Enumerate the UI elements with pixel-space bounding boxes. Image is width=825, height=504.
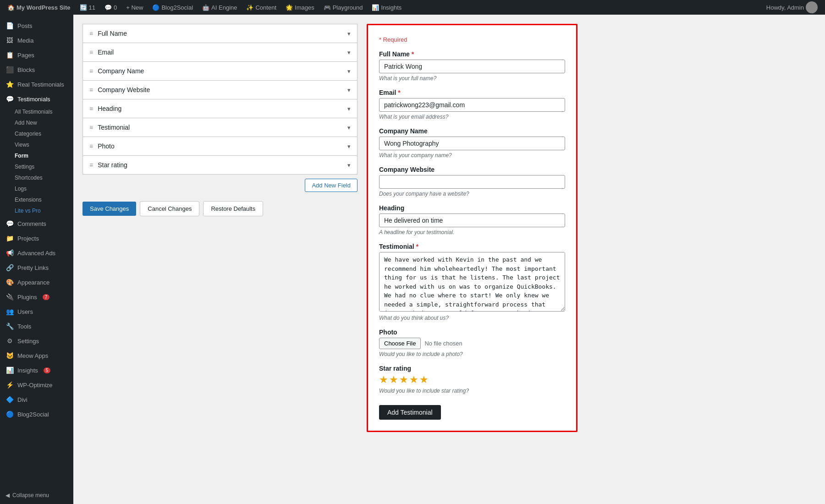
- sidebar-item-advanced-ads[interactable]: 📢 Advanced Ads: [0, 246, 73, 260]
- field-row-testimonial[interactable]: ≡ Testimonial ▾: [82, 118, 358, 137]
- sidebar-item-pages[interactable]: 📋 Pages: [0, 48, 73, 62]
- form-group-photo: Photo Choose File No file chosen Would y…: [379, 329, 565, 357]
- sidebar-sub-shortcodes[interactable]: Shortcodes: [0, 172, 73, 183]
- add-field-row: Add New Field: [82, 179, 358, 192]
- label-company-website: Company Website: [379, 166, 565, 173]
- input-heading[interactable]: [379, 214, 565, 227]
- adminbar-images[interactable]: 🌟 Images: [282, 0, 318, 15]
- sidebar-item-blog2social[interactable]: 🔵 Blog2Social: [0, 407, 73, 422]
- save-changes-button[interactable]: Save Changes: [82, 202, 136, 216]
- label-testimonial: Testimonial *: [379, 243, 565, 250]
- images-icon: 🌟: [286, 4, 293, 11]
- expand-icon-heading[interactable]: ▾: [347, 105, 351, 112]
- sidebar-sub-settings[interactable]: Settings: [0, 161, 73, 172]
- input-full-name[interactable]: [379, 60, 565, 73]
- sidebar-item-plugins[interactable]: 🔌 Plugins 7: [0, 290, 73, 304]
- cancel-changes-button[interactable]: Cancel Changes: [140, 201, 199, 216]
- sidebar-sub-lite-vs-pro[interactable]: Lite vs Pro: [0, 205, 73, 216]
- real-testimonials-icon: ⭐: [6, 81, 14, 88]
- sidebar-item-comments[interactable]: 💬 Comments: [0, 216, 73, 231]
- star-1[interactable]: ★: [379, 374, 388, 386]
- sidebar-item-testimonials[interactable]: 💬 Testimonials: [0, 92, 73, 106]
- sidebar-item-pretty-links[interactable]: 🔗 Pretty Links: [0, 260, 73, 275]
- fields-panel: ≡ Full Name ▾ ≡ Email ▾ ≡ Company Name ▾…: [82, 24, 358, 495]
- adminbar-updates[interactable]: 🔄 11: [76, 0, 99, 15]
- choose-file-button[interactable]: Choose File: [379, 338, 421, 349]
- sidebar-collapse-button[interactable]: ◀ Collapse menu: [0, 487, 73, 504]
- insights-sidebar-icon: 📊: [6, 367, 14, 374]
- sidebar-item-appearance[interactable]: 🎨 Appearance: [0, 275, 73, 290]
- drag-icon-testimonial: ≡: [89, 124, 93, 131]
- field-row-email[interactable]: ≡ Email ▾: [82, 43, 358, 62]
- adminbar-howdy[interactable]: Howdy, Admin: [763, 0, 821, 15]
- adminbar-insights[interactable]: 📊 Insights: [368, 0, 405, 15]
- comments-icon: 💬: [104, 4, 112, 11]
- expand-icon-company-name[interactable]: ▾: [347, 68, 351, 75]
- plugins-badge: 7: [43, 294, 50, 300]
- sidebar-item-insights[interactable]: 📊 Insights 5: [0, 363, 73, 378]
- hint-photo: Would you like to include a photo?: [379, 351, 565, 357]
- field-row-company-website[interactable]: ≡ Company Website ▾: [82, 80, 358, 99]
- media-icon: 🖼: [6, 37, 14, 44]
- add-new-field-button[interactable]: Add New Field: [305, 179, 358, 192]
- sidebar-item-settings[interactable]: ⚙ Settings: [0, 334, 73, 348]
- sidebar-item-divi[interactable]: 🔷 Divi: [0, 392, 73, 407]
- expand-icon-star-rating[interactable]: ▾: [347, 162, 351, 169]
- sidebar-item-media[interactable]: 🖼 Media: [0, 33, 73, 48]
- hint-star-rating: Would you like to include star rating?: [379, 388, 565, 394]
- sidebar-item-real-testimonials[interactable]: ⭐ Real Testimonials: [0, 77, 73, 92]
- field-row-heading[interactable]: ≡ Heading ▾: [82, 99, 358, 118]
- field-row-star-rating[interactable]: ≡ Star rating ▾: [82, 155, 358, 175]
- input-email[interactable]: [379, 98, 565, 112]
- drag-icon-heading: ≡: [89, 105, 93, 112]
- adminbar-site[interactable]: 🏠 My WordPress Site: [4, 0, 74, 15]
- sidebar-item-posts[interactable]: 📄 Posts: [0, 18, 73, 33]
- input-company-website[interactable]: [379, 175, 565, 189]
- expand-icon-company-website[interactable]: ▾: [347, 87, 351, 93]
- sidebar-sub-categories[interactable]: Categories: [0, 128, 73, 139]
- adminbar-comments[interactable]: 💬 0: [101, 0, 121, 15]
- expand-icon-photo[interactable]: ▾: [347, 143, 351, 150]
- star-3[interactable]: ★: [399, 374, 408, 386]
- form-group-company-website: Company Website Does your company have a…: [379, 166, 565, 197]
- expand-icon-testimonial[interactable]: ▾: [347, 124, 351, 131]
- posts-icon: 📄: [6, 22, 14, 29]
- projects-icon: 📁: [6, 235, 14, 242]
- sidebar-item-wp-optimize[interactable]: ⚡ WP-Optimize: [0, 378, 73, 392]
- hint-heading: A headline for your testimonial.: [379, 229, 565, 236]
- sidebar-sub-extensions[interactable]: Extensions: [0, 194, 73, 205]
- adminbar-playground[interactable]: 🎮 Playground: [320, 0, 367, 15]
- tools-icon: 🔧: [6, 323, 14, 330]
- sidebar-item-projects[interactable]: 📁 Projects: [0, 231, 73, 246]
- star-4[interactable]: ★: [409, 374, 418, 386]
- sidebar-sub-all-testimonials[interactable]: All Testimonials: [0, 106, 73, 117]
- sidebar-sub-logs[interactable]: Logs: [0, 183, 73, 194]
- sidebar-item-meow-apps[interactable]: 🐱 Meow Apps: [0, 348, 73, 363]
- add-testimonial-button[interactable]: Add Testimonial: [379, 405, 441, 420]
- field-row-full-name[interactable]: ≡ Full Name ▾: [82, 24, 358, 43]
- field-row-photo[interactable]: ≡ Photo ▾: [82, 137, 358, 156]
- adminbar-ai-engine[interactable]: 🤖 AI Engine: [198, 0, 241, 15]
- adminbar-new[interactable]: + New: [122, 0, 147, 15]
- sidebar-sub-views[interactable]: Views: [0, 139, 73, 150]
- settings-icon: ⚙: [6, 337, 14, 345]
- adminbar-blog2social[interactable]: 🔵 Blog2Social: [148, 0, 197, 15]
- field-row-company-name[interactable]: ≡ Company Name ▾: [82, 61, 358, 81]
- adminbar-content[interactable]: ✨ Content: [242, 0, 280, 15]
- input-company-name[interactable]: [379, 137, 565, 150]
- sidebar-item-users[interactable]: 👥 Users: [0, 304, 73, 319]
- star-2[interactable]: ★: [389, 374, 398, 386]
- expand-icon-full-name[interactable]: ▾: [347, 30, 351, 37]
- sidebar-item-blocks[interactable]: ⬛ Blocks: [0, 62, 73, 77]
- star-5[interactable]: ★: [419, 374, 429, 386]
- sidebar-sub-add-new[interactable]: Add New: [0, 117, 73, 128]
- sidebar-sub-form[interactable]: Form: [0, 150, 73, 161]
- expand-icon-email[interactable]: ▾: [347, 49, 351, 56]
- textarea-testimonial[interactable]: We have worked with Kevin in the past an…: [379, 252, 565, 312]
- drag-icon-full-name: ≡: [89, 30, 93, 37]
- star-rating-input[interactable]: ★ ★ ★ ★ ★: [379, 374, 565, 386]
- hint-full-name: What is your full name?: [379, 75, 565, 82]
- wp-optimize-icon: ⚡: [6, 381, 14, 389]
- sidebar-item-tools[interactable]: 🔧 Tools: [0, 319, 73, 334]
- restore-defaults-button[interactable]: Restore Defaults: [203, 201, 263, 216]
